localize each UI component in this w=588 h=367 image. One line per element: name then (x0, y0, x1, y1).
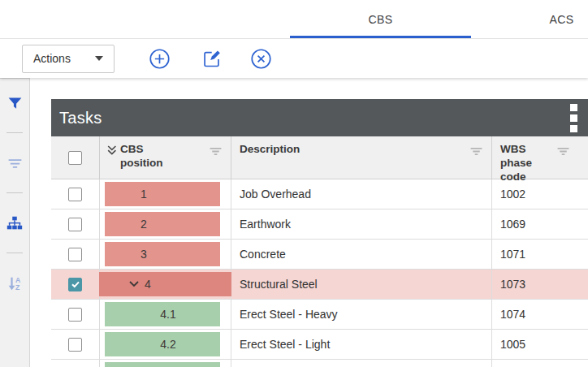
table-row-selected: 4 Structural Steel 1073 (51, 270, 588, 300)
description-cell[interactable]: Job Overhead (231, 179, 492, 209)
row-checkbox-checked[interactable] (68, 278, 82, 291)
cbs-position-cell[interactable]: 4.2 (100, 330, 231, 359)
cbs-position-cell[interactable]: 3 (100, 240, 231, 269)
caret-down-icon (95, 56, 103, 61)
row-checkbox[interactable] (68, 248, 82, 261)
checkbox-cell (51, 300, 100, 329)
tasks-panel-header: Tasks (51, 99, 588, 136)
checkbox-cell (51, 360, 100, 367)
divider (6, 132, 23, 133)
select-all-checkbox[interactable] (68, 151, 82, 165)
position-badge[interactable]: 4.1 (105, 302, 220, 326)
row-checkbox[interactable] (68, 338, 82, 352)
hierarchy-icon[interactable] (0, 209, 29, 237)
divider (6, 253, 23, 253)
table-row: 2 Earthwork 1069 (51, 209, 588, 240)
position-badge[interactable] (105, 362, 220, 367)
tasks-panel: Tasks CBS position (51, 99, 588, 367)
position-badge[interactable]: 1 (105, 182, 220, 206)
header-cell-description: Description (231, 136, 492, 179)
description-cell[interactable]: Erect Steel - Light (231, 330, 492, 359)
column-label: Description (240, 143, 300, 155)
checkbox-cell (51, 209, 100, 239)
checkbox-cell (51, 179, 100, 209)
position-badge[interactable]: 2 (105, 212, 220, 236)
left-toolbar: A Z (0, 78, 30, 367)
tab-cbs[interactable]: CBS (290, 0, 471, 38)
cbs-position-cell[interactable]: 2 (100, 209, 231, 239)
column-filter-icon[interactable] (469, 145, 483, 161)
row-checkbox[interactable] (68, 218, 82, 231)
row-checkbox[interactable] (68, 308, 82, 322)
wbs-phase-code-cell[interactable]: 1073 (492, 270, 588, 299)
cbs-position-cell[interactable]: 4.1 (100, 300, 231, 329)
header-cell-wbs-phase-code: WBS phase code (492, 136, 588, 179)
header-cell-cbs-position: CBS position (100, 136, 231, 179)
collapse-all-icon[interactable] (106, 144, 119, 179)
row-lines-icon[interactable] (0, 149, 29, 177)
cbs-position-cell[interactable]: 4 (100, 270, 231, 299)
chevron-down-icon[interactable] (129, 281, 139, 287)
svg-text:A: A (15, 276, 21, 284)
checkbox-cell (51, 270, 100, 299)
edit-icon[interactable] (200, 47, 223, 70)
description-cell[interactable]: Structural Steel (231, 270, 492, 299)
table-row: 4.2 Erect Steel - Light 1005 (51, 330, 588, 360)
column-filter-icon[interactable] (556, 145, 570, 161)
header-cell-checkbox (51, 136, 100, 179)
wbs-phase-code-cell[interactable] (492, 360, 588, 367)
toolbar: Actions (0, 39, 588, 78)
tab-acs-label: ACS (550, 13, 574, 26)
description-cell[interactable]: Concrete (231, 240, 492, 269)
column-label: WBS phase code (500, 143, 538, 184)
checkbox-cell (51, 330, 100, 359)
cbs-position-cell[interactable]: 1 (100, 179, 231, 209)
main-area: Tasks CBS position (30, 78, 588, 367)
add-circle-icon[interactable] (148, 47, 171, 70)
tab-acs[interactable]: ACS (471, 0, 588, 38)
column-label: CBS position (120, 143, 171, 179)
checkbox-cell (51, 240, 100, 269)
filter-icon[interactable] (0, 89, 29, 117)
wbs-phase-code-cell[interactable]: 1005 (492, 330, 588, 359)
cbs-position-cell[interactable] (100, 360, 231, 367)
divider (6, 192, 23, 193)
panel-title: Tasks (59, 109, 102, 127)
content-area: A Z Tasks (0, 78, 588, 367)
sort-az-icon[interactable]: A Z (0, 270, 29, 297)
table-header-row: CBS position Description (51, 136, 588, 179)
table-row (51, 360, 588, 367)
description-cell[interactable] (231, 360, 492, 367)
kebab-menu-icon[interactable] (570, 104, 577, 132)
table-row: 3 Concrete 1071 (51, 240, 588, 270)
svg-text:Z: Z (15, 283, 20, 291)
actions-dropdown[interactable]: Actions (22, 45, 115, 73)
actions-label: Actions (33, 52, 71, 65)
description-cell[interactable]: Earthwork (231, 209, 492, 239)
position-badge[interactable]: 4 (99, 272, 231, 296)
column-filter-icon[interactable] (209, 145, 223, 161)
description-cell[interactable]: Erect Steel - Heavy (231, 300, 492, 329)
wbs-phase-code-cell[interactable]: 1074 (492, 300, 588, 329)
table-row: 4.1 Erect Steel - Heavy 1074 (51, 300, 588, 330)
position-badge[interactable]: 3 (105, 242, 220, 266)
position-badge[interactable]: 4.2 (105, 332, 220, 356)
tab-bar: CBS ACS (0, 0, 588, 39)
wbs-phase-code-cell[interactable]: 1071 (492, 240, 588, 269)
row-checkbox[interactable] (68, 188, 82, 201)
tab-cbs-label: CBS (369, 13, 393, 26)
wbs-phase-code-cell[interactable]: 1069 (492, 209, 588, 239)
remove-circle-icon[interactable] (249, 47, 272, 70)
